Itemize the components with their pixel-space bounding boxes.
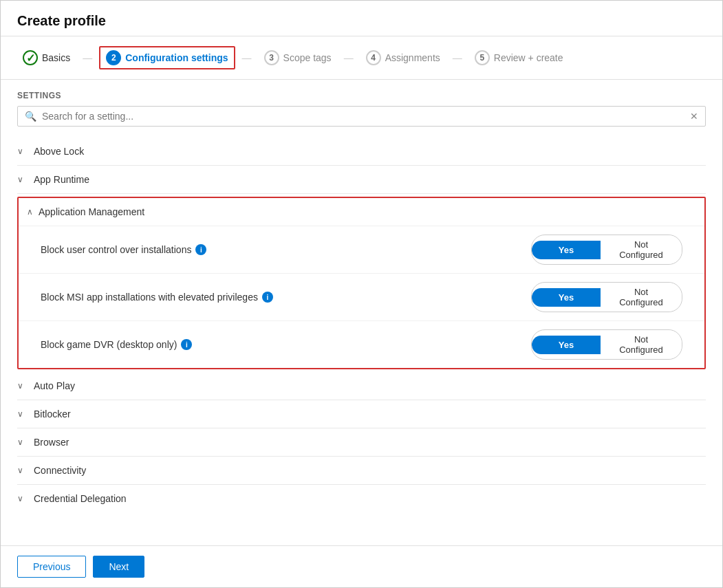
group-credential-delegation-label: Credential Delegation (34, 493, 127, 504)
toggle-yes-button[interactable]: Yes (532, 336, 601, 354)
step-basics-label: Basics (42, 52, 70, 63)
chevron-down-icon: ∨ (17, 494, 28, 503)
search-input[interactable] (42, 111, 684, 122)
previous-button[interactable]: Previous (17, 556, 86, 578)
setting-block-msi-label: Block MSI app installations with elevate… (41, 292, 258, 303)
group-credential-delegation[interactable]: ∨ Credential Delegation (17, 485, 706, 512)
group-auto-play-label: Auto Play (34, 380, 75, 391)
toggle-not-configured-button[interactable]: Not Configured (601, 283, 682, 312)
setting-block-msi: Block MSI app installations with elevate… (19, 273, 704, 320)
group-browser[interactable]: ∨ Browser (17, 428, 706, 457)
toggle-yes-button[interactable]: Yes (532, 241, 601, 259)
group-application-management: ∧ Application Management Block user cont… (17, 197, 706, 369)
step-review-circle: 5 (475, 50, 490, 65)
group-application-management-label: Application Management (39, 206, 144, 217)
group-app-runtime[interactable]: ∨ App Runtime (17, 166, 706, 194)
toggle-not-configured-button[interactable]: Not Configured (601, 330, 682, 359)
step-review[interactable]: 5 Review + create (469, 47, 569, 68)
chevron-up-icon: ∧ (27, 207, 33, 217)
step-configuration[interactable]: 2 Configuration settings (99, 46, 235, 69)
step-configuration-circle: 2 (106, 50, 121, 65)
setting-block-user-control-label: Block user control over installations (41, 244, 191, 255)
group-application-management-header[interactable]: ∧ Application Management (19, 198, 704, 226)
toggle-block-user-control: Yes Not Configured (531, 235, 682, 265)
setting-block-game-dvr-label: Block game DVR (desktop only) (41, 339, 177, 350)
step-basics[interactable]: ✓ Basics (17, 47, 76, 68)
step-scope-circle: 3 (264, 50, 279, 65)
chevron-down-icon: ∨ (17, 175, 28, 184)
step-scope-label: Scope tags (283, 52, 332, 63)
settings-content: SETTINGS 🔍 ✕ ∨ Above Lock ∨ App Runtime … (1, 80, 722, 545)
page-title: Create profile (1, 1, 722, 36)
info-icon[interactable]: i (195, 244, 206, 255)
group-above-lock-label: Above Lock (34, 146, 84, 157)
setting-block-game-dvr: Block game DVR (desktop only) i Yes Not … (19, 320, 704, 368)
step-assignments[interactable]: 4 Assignments (360, 47, 446, 68)
next-button[interactable]: Next (93, 556, 144, 578)
group-bitlocker-label: Bitlocker (34, 409, 71, 420)
clear-icon[interactable]: ✕ (690, 111, 698, 122)
group-connectivity[interactable]: ∨ Connectivity (17, 457, 706, 485)
step-basics-circle: ✓ (23, 50, 38, 65)
group-connectivity-label: Connectivity (34, 465, 86, 476)
settings-section-title: SETTINGS (17, 80, 706, 106)
footer: Previous Next (1, 545, 722, 587)
chevron-down-icon: ∨ (17, 466, 28, 475)
toggle-not-configured-button[interactable]: Not Configured (601, 235, 682, 264)
toggle-block-msi: Yes Not Configured (531, 282, 682, 312)
search-icon: 🔍 (25, 111, 36, 122)
toggle-yes-button[interactable]: Yes (532, 288, 601, 307)
group-app-runtime-label: App Runtime (34, 174, 89, 185)
group-auto-play[interactable]: ∨ Auto Play (17, 372, 706, 400)
step-review-label: Review + create (494, 52, 563, 63)
chevron-down-icon: ∨ (17, 437, 28, 447)
step-scope[interactable]: 3 Scope tags (259, 47, 337, 68)
setting-block-user-control: Block user control over installations i … (19, 226, 704, 273)
search-bar: 🔍 ✕ (17, 106, 706, 127)
chevron-down-icon: ∨ (17, 146, 28, 156)
info-icon[interactable]: i (262, 292, 273, 303)
toggle-block-game-dvr: Yes Not Configured (531, 329, 682, 360)
group-above-lock[interactable]: ∨ Above Lock (17, 138, 706, 166)
step-assignments-label: Assignments (385, 52, 440, 63)
chevron-down-icon: ∨ (17, 381, 28, 391)
steps-bar: ✓ Basics — 2 Configuration settings — 3 … (1, 36, 722, 80)
group-bitlocker[interactable]: ∨ Bitlocker (17, 400, 706, 428)
group-browser-label: Browser (34, 437, 69, 448)
step-assignments-circle: 4 (366, 50, 381, 65)
info-icon[interactable]: i (181, 339, 192, 350)
step-configuration-label: Configuration settings (125, 52, 228, 63)
chevron-down-icon: ∨ (17, 409, 28, 419)
